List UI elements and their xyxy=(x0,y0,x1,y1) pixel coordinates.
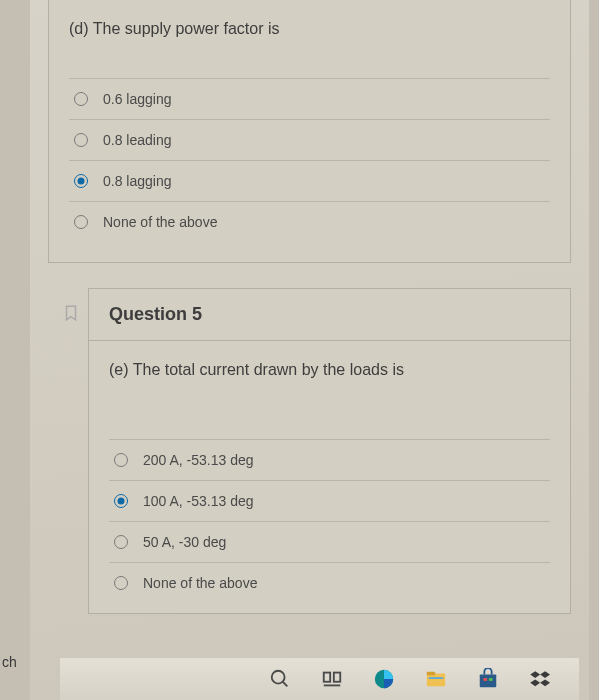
question-5-prompt: (e) The total current drawn by the loads… xyxy=(89,341,570,439)
option-row[interactable]: 50 A, -30 deg xyxy=(109,521,550,562)
option-label: 0.8 lagging xyxy=(103,173,172,189)
radio-icon[interactable] xyxy=(114,535,128,549)
svg-rect-3 xyxy=(333,673,339,682)
radio-icon[interactable] xyxy=(74,133,88,147)
question-d-prompt: (d) The supply power factor is xyxy=(49,0,570,78)
option-label: None of the above xyxy=(143,575,257,591)
option-label: 200 A, -53.13 deg xyxy=(143,452,254,468)
explorer-icon[interactable] xyxy=(424,667,448,691)
edge-icon[interactable] xyxy=(372,667,396,691)
svg-rect-7 xyxy=(426,672,434,676)
option-label: None of the above xyxy=(103,214,217,230)
option-label: 0.8 leading xyxy=(103,132,172,148)
svg-rect-8 xyxy=(428,677,443,679)
radio-icon[interactable] xyxy=(114,576,128,590)
question-5-card: Question 5 (e) The total current drawn b… xyxy=(88,288,571,614)
store-icon[interactable] xyxy=(476,667,500,691)
question-d-options: 0.6 lagging 0.8 leading 0.8 lagging None… xyxy=(49,78,570,252)
option-row[interactable]: 200 A, -53.13 deg xyxy=(109,439,550,480)
option-label: 0.6 lagging xyxy=(103,91,172,107)
dropbox-icon[interactable] xyxy=(528,667,552,691)
option-row[interactable]: 0.6 lagging xyxy=(69,78,550,119)
svg-rect-10 xyxy=(483,678,487,681)
svg-rect-2 xyxy=(323,673,329,682)
taskbar xyxy=(60,658,579,700)
svg-line-1 xyxy=(282,682,287,687)
option-row[interactable]: 100 A, -53.13 deg xyxy=(109,480,550,521)
option-label: 100 A, -53.13 deg xyxy=(143,493,254,509)
svg-rect-9 xyxy=(479,674,496,687)
option-row[interactable]: 0.8 leading xyxy=(69,119,550,160)
left-label: ch xyxy=(2,654,17,670)
radio-icon[interactable] xyxy=(114,494,128,508)
radio-icon[interactable] xyxy=(114,453,128,467)
option-row[interactable]: None of the above xyxy=(69,201,550,242)
search-icon[interactable] xyxy=(268,667,292,691)
taskview-icon[interactable] xyxy=(320,667,344,691)
svg-rect-6 xyxy=(426,674,444,687)
bookmark-icon[interactable] xyxy=(62,303,80,323)
svg-rect-11 xyxy=(488,678,492,681)
question-5-options: 200 A, -53.13 deg 100 A, -53.13 deg 50 A… xyxy=(89,439,570,613)
svg-point-0 xyxy=(271,671,284,684)
option-row[interactable]: 0.8 lagging xyxy=(69,160,550,201)
option-label: 50 A, -30 deg xyxy=(143,534,226,550)
option-row[interactable]: None of the above xyxy=(109,562,550,603)
question-5-title: Question 5 xyxy=(109,304,550,325)
question-5-header: Question 5 xyxy=(89,289,570,341)
radio-icon[interactable] xyxy=(74,174,88,188)
question-d-card: (d) The supply power factor is 0.6 laggi… xyxy=(48,0,571,263)
radio-icon[interactable] xyxy=(74,215,88,229)
radio-icon[interactable] xyxy=(74,92,88,106)
